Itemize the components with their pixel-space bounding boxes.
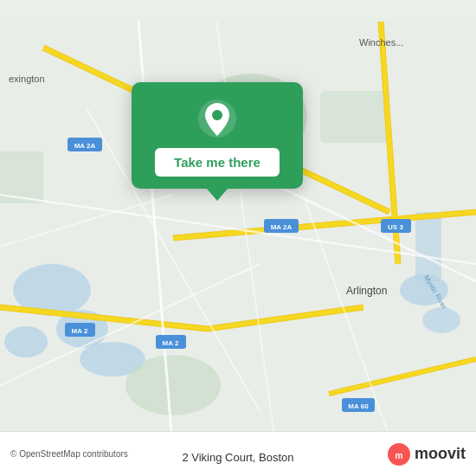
footer-bar: © OpenStreetMap contributors 2 Viking Co… — [0, 431, 476, 476]
svg-text:US 3: US 3 — [388, 223, 403, 231]
moovit-logo: m moovit — [387, 442, 466, 466]
map-attribution: © OpenStreetMap contributors — [10, 449, 128, 459]
svg-text:m: m — [396, 451, 403, 460]
svg-text:MA 2A: MA 2A — [271, 223, 293, 231]
svg-text:MA 2: MA 2 — [163, 339, 179, 347]
svg-point-3 — [4, 326, 48, 357]
svg-text:MA 2: MA 2 — [72, 327, 88, 335]
svg-point-10 — [125, 355, 221, 415]
location-pin-icon — [196, 98, 238, 139]
map-background: MA 2A MA 2A MA 2 MA 2 US 3 MA 60 exingto… — [0, 0, 476, 476]
map-container[interactable]: MA 2A MA 2A MA 2 MA 2 US 3 MA 60 exingto… — [0, 0, 476, 476]
svg-point-49 — [212, 110, 222, 120]
popup-card: Take me there — [132, 82, 303, 189]
moovit-brand-icon: m — [387, 442, 411, 466]
address-label: 2 Viking Court, Boston — [182, 451, 293, 464]
svg-text:MA 60: MA 60 — [348, 402, 369, 410]
svg-text:Winches...: Winches... — [359, 37, 403, 48]
svg-point-6 — [422, 307, 460, 333]
svg-rect-7 — [415, 212, 441, 281]
svg-text:Arlington: Arlington — [346, 285, 387, 297]
svg-rect-9 — [320, 91, 389, 143]
svg-text:MA 2A: MA 2A — [74, 142, 96, 150]
svg-text:exington: exington — [9, 74, 45, 84]
take-me-there-button[interactable]: Take me there — [155, 148, 280, 177]
moovit-text: moovit — [415, 445, 466, 463]
